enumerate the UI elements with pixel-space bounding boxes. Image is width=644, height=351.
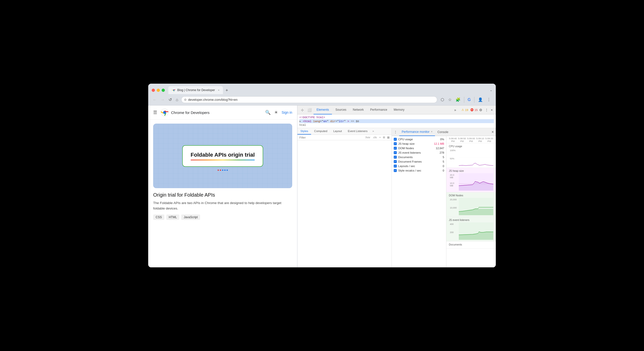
tab-overflow-btn[interactable]: ⌄ bbox=[490, 88, 492, 92]
perf-monitor-close-tab[interactable]: × bbox=[431, 130, 432, 133]
address-bar[interactable]: ⚙ developer.chrome.com/blog?hl=en bbox=[181, 96, 437, 103]
metric-dom-name: DOM Nodes bbox=[398, 147, 430, 150]
dom-chart-plot bbox=[459, 198, 493, 215]
cls-filter-btn[interactable]: .cls bbox=[373, 136, 377, 139]
dom-chart-section: DOM Nodes 20,000 10,000 bbox=[446, 192, 496, 217]
metric-events-checkbox[interactable]: ✓ bbox=[394, 151, 397, 154]
devtools-settings-button[interactable]: ⚙ bbox=[478, 107, 483, 113]
styles-tab-computed[interactable]: Computed bbox=[311, 128, 330, 134]
tl-label-2: 5:08:50 PM bbox=[458, 137, 467, 142]
dots-decoration bbox=[218, 170, 228, 171]
toggle-style-btn[interactable]: ⊞ bbox=[383, 136, 385, 139]
devtools-close-button[interactable]: × bbox=[490, 107, 494, 113]
tab-close-btn[interactable]: × bbox=[218, 88, 220, 92]
events-y-axis: 400 200 bbox=[449, 222, 459, 240]
home-button[interactable]: ⌂ bbox=[175, 96, 179, 103]
devtools-menu-button[interactable]: ⋮ bbox=[484, 107, 489, 113]
chrome-menu-button[interactable]: ⋮ bbox=[485, 96, 492, 103]
events-max-label: 400 bbox=[450, 223, 458, 226]
dot-red bbox=[218, 170, 219, 171]
dom-line-html[interactable]: ▶ <html lang="en" dir="ltr" > == $0 bbox=[300, 119, 494, 123]
screenshot-icon: ⬡ bbox=[441, 98, 444, 102]
heap-y-axis: 20.0 MB 10.0 MB bbox=[449, 173, 459, 191]
site-header: ☰ Chrome for Developers 🔍 ☀ Sign bbox=[148, 106, 297, 120]
google-button[interactable]: G bbox=[466, 96, 472, 103]
hov-filter-btn[interactable]: :hov bbox=[365, 136, 370, 139]
browser-tab[interactable]: Blog | Chrome for Developer × bbox=[168, 86, 223, 94]
add-style-btn[interactable]: + bbox=[379, 136, 381, 139]
bookmark-button[interactable]: ☆ bbox=[447, 96, 453, 103]
maximize-traffic-light[interactable] bbox=[162, 88, 165, 92]
devtools-more-tabs[interactable]: » bbox=[453, 107, 458, 113]
minimize-traffic-light[interactable] bbox=[157, 88, 160, 92]
reload-button[interactable]: ↺ bbox=[168, 96, 173, 103]
blog-image-title-text: Foldable APIs origin trial bbox=[191, 152, 255, 158]
sign-in-button[interactable]: Sign in bbox=[282, 110, 292, 114]
profile-button[interactable]: 👤 bbox=[476, 96, 484, 103]
site-logo: Chrome for Developers bbox=[161, 108, 210, 116]
new-tab-button[interactable]: + bbox=[224, 87, 230, 94]
console-tab[interactable]: Console bbox=[435, 128, 451, 136]
back-button[interactable]: ← bbox=[152, 96, 158, 103]
warning-indicator[interactable]: ⚠ 19 bbox=[462, 108, 468, 112]
metric-cpu-value: 0% bbox=[432, 138, 444, 141]
charts-area: 5:08:40 PM 5:08:50 PM 5:09:00 PM 5:09:10… bbox=[446, 136, 496, 267]
tl-label-1: 5:08:40 PM bbox=[448, 137, 458, 142]
metric-dom-checkbox[interactable]: ✓ bbox=[394, 147, 397, 150]
device-toolbar-button[interactable]: ⬜ bbox=[306, 107, 313, 113]
tag-html[interactable]: HTML bbox=[166, 214, 180, 220]
extensions-button[interactable]: 🧩 bbox=[454, 96, 462, 103]
events-mid-label: 200 bbox=[450, 231, 458, 234]
styles-tab-event-listeners[interactable]: Event Listeners bbox=[345, 128, 370, 134]
perf-monitor-menu[interactable]: ⋮ bbox=[394, 130, 397, 134]
inspector-icon: ⊹ bbox=[301, 108, 304, 112]
elements-tab[interactable]: Elements bbox=[314, 106, 332, 114]
sources-tab[interactable]: Sources bbox=[332, 106, 349, 114]
metric-frames-checkbox[interactable]: ✓ bbox=[394, 160, 397, 163]
devtools-panel: ⊹ ⬜ Elements Sources Network Performance bbox=[297, 106, 496, 267]
dot-red2 bbox=[220, 170, 221, 171]
performance-tab[interactable]: Performance bbox=[367, 106, 390, 114]
error-indicator[interactable]: ⛔ 15 bbox=[470, 108, 478, 112]
screenshot-button[interactable]: ⬡ bbox=[439, 96, 446, 103]
tag-javascript[interactable]: JavaScript bbox=[181, 214, 200, 220]
inspector-tool[interactable]: ⊹ bbox=[300, 107, 305, 113]
blog-post-image: Foldable APIs origin trial bbox=[153, 124, 292, 188]
metric-docs-checkbox[interactable]: ✓ bbox=[394, 156, 397, 158]
computed-style-btn[interactable]: ▦ bbox=[387, 136, 390, 139]
memory-tab[interactable]: Memory bbox=[391, 106, 408, 114]
styles-tabs: Styles Computed Layout Event Listeners » bbox=[298, 128, 392, 135]
blog-tags: CSS HTML JavaScript bbox=[153, 214, 292, 220]
metric-style-checkbox[interactable]: ✓ bbox=[394, 169, 397, 172]
metric-cpu-checkbox[interactable]: ✓ bbox=[394, 138, 397, 141]
drawer-close-button[interactable]: × bbox=[492, 130, 494, 134]
cpu-max-label: 100% bbox=[450, 149, 458, 152]
metric-cpu: ✓ CPU usage 0% bbox=[392, 137, 446, 142]
search-button[interactable]: 🔍 bbox=[265, 110, 270, 115]
metric-frames-name: Document Frames bbox=[398, 160, 430, 163]
devtools-body: Styles Computed Layout Event Listeners »… bbox=[298, 128, 496, 267]
styles-tab-styles[interactable]: Styles bbox=[298, 128, 311, 134]
timeline-labels: 5:08:40 PM 5:08:50 PM 5:09:00 PM 5:09:10… bbox=[446, 136, 496, 143]
doctype-text: <!DOCTYPE html> bbox=[300, 116, 325, 119]
color-underline bbox=[191, 160, 255, 160]
tag-css[interactable]: CSS bbox=[153, 214, 164, 220]
google-icon: G bbox=[468, 98, 471, 102]
styles-filter-input[interactable] bbox=[300, 136, 364, 139]
theme-toggle-button[interactable]: ☀ bbox=[274, 110, 278, 115]
styles-more-tabs[interactable]: » bbox=[370, 128, 376, 134]
network-tab[interactable]: Network bbox=[350, 106, 367, 114]
dot-blue2 bbox=[224, 170, 226, 171]
metric-heap-checkbox[interactable]: ✓ bbox=[394, 142, 397, 145]
styles-tab-layout[interactable]: Layout bbox=[330, 128, 345, 134]
metric-dom: ✓ DOM Nodes 12,647 bbox=[392, 146, 446, 150]
tab-title: Blog | Chrome for Developer bbox=[177, 88, 215, 92]
metric-layouts-checkbox[interactable]: ✓ bbox=[394, 164, 397, 168]
url-text: developer.chrome.com/blog?hl=en bbox=[188, 98, 434, 102]
performance-monitor-tab[interactable]: Performance monitor × bbox=[399, 128, 435, 136]
heap-chart-plot bbox=[459, 173, 493, 191]
forward-button[interactable]: → bbox=[160, 96, 166, 103]
heap-mid-label: 10.0 MB bbox=[450, 182, 458, 187]
close-traffic-light[interactable] bbox=[152, 88, 155, 92]
menu-button[interactable]: ☰ bbox=[153, 110, 157, 115]
